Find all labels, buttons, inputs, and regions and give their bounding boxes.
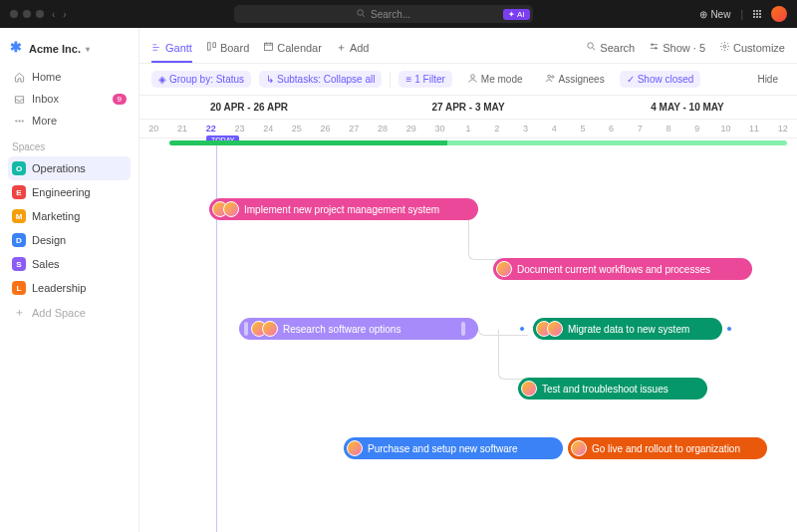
avatar-icon [223, 201, 239, 217]
me-mode-chip[interactable]: Me mode [460, 70, 530, 89]
day-cell[interactable]: 21 [168, 120, 197, 137]
space-label: Design [32, 234, 66, 246]
day-cell[interactable]: 4 [540, 120, 569, 137]
global-search[interactable]: Search... ✦ AI [234, 5, 533, 23]
nav-history[interactable]: ‹ › [52, 9, 67, 20]
day-cell[interactable]: 28 [369, 120, 398, 137]
filter-chip[interactable]: ≡ 1 Filter [398, 71, 451, 88]
date-range-header: 20 APR - 26 APR27 APR - 3 MAY4 MAY - 10 … [139, 96, 797, 120]
chevron-down-icon: ▾ [86, 45, 90, 54]
task-bar[interactable]: Migrate data to new system [533, 318, 722, 340]
people-icon [545, 73, 556, 86]
day-cell[interactable]: 27 [340, 120, 369, 137]
day-cell[interactable]: 1 [454, 120, 483, 137]
space-color-icon: S [12, 257, 26, 271]
workspace-switcher[interactable]: Acme Inc. ▾ [8, 38, 131, 66]
tab-gantt[interactable]: Gantt [151, 38, 192, 63]
nav-inbox[interactable]: Inbox 9 [8, 88, 131, 110]
task-bar[interactable]: Test and troubleshoot issues [518, 378, 707, 399]
assignee-avatars[interactable] [571, 440, 587, 456]
gantt-chart[interactable]: Implement new project management systemD… [139, 138, 797, 532]
space-color-icon: O [12, 161, 26, 175]
space-label: Marketing [32, 210, 80, 222]
day-cell[interactable]: 12 [768, 120, 797, 137]
assignee-avatars[interactable] [536, 321, 563, 337]
resize-handle-icon[interactable] [244, 322, 248, 336]
day-cell[interactable]: 29 [397, 120, 425, 137]
more-icon [12, 116, 26, 127]
customize-action[interactable]: Customize [719, 41, 785, 54]
add-view-button[interactable]: ＋ Add [336, 36, 370, 59]
task-bar[interactable]: Research software options [239, 318, 478, 340]
day-cell[interactable]: 9 [682, 120, 711, 137]
task-label: Document current workflows and processes [517, 264, 710, 275]
show-action[interactable]: Show · 5 [649, 41, 705, 54]
day-cell[interactable]: 20 [139, 120, 168, 137]
assignee-avatars[interactable] [347, 440, 363, 456]
sidebar-space-marketing[interactable]: MMarketing [8, 204, 131, 228]
task-bar[interactable]: Go live and rollout to organization [568, 437, 767, 459]
sliders-icon [649, 41, 660, 54]
space-label: Engineering [32, 186, 91, 198]
svg-point-2 [18, 120, 19, 121]
sidebar-space-leadership[interactable]: LLeadership [8, 276, 131, 300]
nav-more[interactable]: More [8, 110, 131, 132]
sidebar-space-engineering[interactable]: EEngineering [8, 180, 131, 204]
sidebar-space-design[interactable]: DDesign [8, 228, 131, 252]
window-controls[interactable] [10, 10, 44, 18]
day-cell[interactable]: 11 [740, 120, 769, 137]
tab-board[interactable]: Board [206, 37, 249, 58]
assignee-avatars[interactable] [251, 321, 278, 337]
inbox-icon [12, 94, 26, 105]
add-space-button[interactable]: ＋ Add Space [8, 300, 131, 325]
day-cell[interactable]: 26 [311, 120, 340, 137]
assignee-avatars[interactable] [521, 381, 537, 397]
hide-chip[interactable]: Hide [750, 71, 785, 88]
show-closed-chip[interactable]: ✓ Show closed [620, 71, 701, 88]
day-cell[interactable]: 3 [511, 120, 540, 137]
avatar-icon [347, 440, 363, 456]
day-row: TODAY 2021222324252627282930123456789101… [139, 120, 797, 138]
tab-calendar[interactable]: Calendar [263, 37, 322, 58]
search-icon [356, 8, 367, 21]
new-button[interactable]: ⊕ New [699, 9, 730, 20]
day-cell[interactable]: 7 [626, 120, 655, 137]
task-bar[interactable]: Implement new project management system [209, 198, 478, 220]
day-cell[interactable]: 25 [283, 120, 312, 137]
group-by-chip[interactable]: ◈ Group by: Status [151, 71, 251, 88]
calendar-icon [263, 41, 274, 54]
day-cell[interactable]: 8 [655, 120, 683, 137]
layers-icon: ◈ [158, 74, 166, 85]
day-cell[interactable]: 10 [711, 120, 740, 137]
sidebar-space-sales[interactable]: SSales [8, 252, 131, 276]
day-cell[interactable]: 24 [254, 120, 283, 137]
plus-icon: ＋ [336, 40, 347, 55]
gear-icon [719, 41, 730, 54]
space-color-icon: D [12, 233, 26, 247]
assignees-chip[interactable]: Assignees [538, 70, 612, 89]
assignee-avatars[interactable] [212, 201, 239, 217]
task-label: Migrate data to new system [568, 324, 689, 335]
svg-rect-4 [207, 43, 210, 50]
user-avatar[interactable] [771, 6, 787, 22]
space-label: Sales [32, 258, 60, 270]
day-cell[interactable]: 5 [569, 120, 598, 137]
apps-grid-icon[interactable] [753, 10, 761, 18]
svg-point-10 [723, 45, 726, 48]
assignee-avatars[interactable] [496, 261, 512, 277]
day-cell[interactable]: 6 [597, 120, 626, 137]
search-action[interactable]: Search [586, 41, 635, 54]
space-color-icon: L [12, 281, 26, 295]
sidebar-space-operations[interactable]: OOperations [8, 156, 131, 180]
back-icon[interactable]: ‹ [52, 9, 55, 20]
avatar-icon [521, 381, 537, 397]
day-cell[interactable]: 30 [425, 120, 454, 137]
nav-home[interactable]: Home [8, 66, 131, 88]
subtasks-chip[interactable]: ↳ Subtasks: Collapse all [259, 71, 382, 88]
task-bar[interactable]: Purchase and setup new software [344, 437, 563, 459]
ai-badge[interactable]: ✦ AI [503, 9, 530, 20]
summary-bar [169, 140, 787, 145]
task-bar[interactable]: Document current workflows and processes [493, 258, 752, 280]
day-cell[interactable]: 2 [482, 120, 511, 137]
resize-handle-icon[interactable] [461, 322, 465, 336]
